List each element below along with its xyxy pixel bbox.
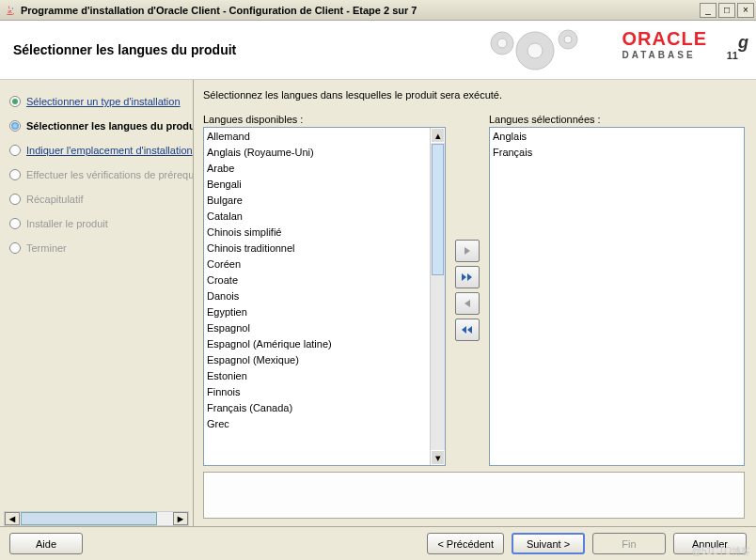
wizard-step-0[interactable]: Sélectionner un type d'installation — [0, 89, 193, 114]
available-languages-list[interactable]: AllemandAnglais (Royaume-Uni)ArabeBengal… — [203, 127, 446, 466]
list-item[interactable]: Arabe — [204, 161, 430, 177]
step-label[interactable]: Sélectionner un type d'installation — [26, 96, 181, 107]
list-item[interactable]: Français (Canada) — [204, 400, 430, 416]
scroll-right-icon[interactable]: ► — [173, 512, 188, 525]
wizard-header: Sélectionner les langues du produit ORAC… — [0, 21, 756, 80]
back-button[interactable]: < Précédent — [427, 533, 504, 554]
remove-button[interactable] — [455, 292, 480, 315]
help-button[interactable]: Aide — [9, 533, 83, 554]
message-area — [203, 472, 745, 519]
step-label: Effectuer les vérifications de prérequis — [26, 169, 194, 180]
list-item[interactable]: Catalan — [204, 209, 430, 225]
list-item[interactable]: Chinois simplifié — [204, 225, 430, 241]
list-item[interactable]: Grec — [204, 416, 430, 432]
add-button[interactable] — [455, 240, 480, 262]
wizard-step-2[interactable]: Indiquer l'emplacement d'installation — [0, 138, 193, 163]
list-item[interactable]: Français — [490, 145, 744, 161]
list-item[interactable]: Anglais (Royaume-Uni) — [204, 145, 430, 161]
window-title: Programme d'installation d'Oracle Client… — [21, 5, 700, 16]
list-item[interactable]: Finnois — [204, 384, 430, 400]
gears-icon — [483, 23, 587, 81]
step-label: Sélectionner les langues du produit — [26, 120, 194, 132]
list-item[interactable]: Bulgare — [204, 193, 430, 209]
svg-point-1 — [497, 39, 507, 48]
step-label: Terminer — [26, 242, 67, 254]
add-all-button[interactable] — [455, 266, 480, 288]
list-item[interactable]: Espagnol — [204, 320, 430, 336]
list-item[interactable]: Danois — [204, 288, 430, 304]
list-item[interactable]: Coréen — [204, 257, 430, 272]
remove-all-button[interactable] — [455, 319, 480, 341]
list-item[interactable]: Espagnol (Mexique) — [204, 352, 430, 368]
wizard-step-6: Terminer — [0, 236, 193, 260]
step-label: Installer le produit — [26, 218, 108, 229]
scroll-thumb[interactable] — [21, 512, 157, 525]
scroll-up-icon[interactable]: ▴ — [431, 128, 445, 143]
page-title: Sélectionner les langues du produit — [13, 42, 236, 57]
step-label[interactable]: Indiquer l'emplacement d'installation — [26, 145, 193, 156]
next-button[interactable]: Suivant > — [512, 533, 585, 554]
list-scrollbar[interactable]: ▴ ▾ — [430, 128, 445, 465]
list-item[interactable]: Bengali — [204, 177, 430, 193]
title-bar: Programme d'installation d'Oracle Client… — [0, 0, 756, 21]
sidebar-scrollbar[interactable]: ◄ ► — [4, 511, 189, 526]
available-label: Langues disponibles : — [203, 114, 446, 125]
finish-button: Fin — [592, 533, 666, 554]
transfer-buttons — [453, 114, 481, 466]
version-label: 11g — [727, 32, 748, 67]
scroll-thumb[interactable] — [432, 144, 444, 275]
wizard-step-3: Effectuer les vérifications de prérequis — [0, 163, 193, 187]
wizard-footer: Aide < Précédent Suivant > Fin Annuler — [0, 526, 756, 560]
list-item[interactable]: Chinois traditionnel — [204, 241, 430, 257]
main-content: Sélectionnez les langues dans lesquelles… — [194, 80, 756, 526]
close-button[interactable]: × — [737, 3, 754, 18]
watermark: @51CTO博客 — [692, 545, 750, 558]
window-controls: _ □ × — [700, 3, 754, 18]
list-item[interactable]: Espagnol (Amérique latine) — [204, 336, 430, 352]
maximize-button[interactable]: □ — [718, 3, 735, 18]
list-item[interactable]: Egyptien — [204, 304, 430, 320]
scroll-left-icon[interactable]: ◄ — [5, 512, 20, 525]
wizard-step-5: Installer le produit — [0, 211, 193, 236]
svg-point-3 — [528, 43, 543, 58]
list-item[interactable]: Anglais — [490, 129, 744, 145]
oracle-logo: ORACLE DATABASE — [622, 28, 707, 60]
scroll-down-icon[interactable]: ▾ — [431, 450, 445, 465]
selected-languages-list[interactable]: AnglaisFrançais — [489, 127, 745, 466]
wizard-steps-sidebar: Sélectionner un type d'installationSélec… — [0, 80, 194, 526]
wizard-step-4: Récapitulatif — [0, 187, 193, 211]
selected-label: Langues sélectionnées : — [489, 114, 745, 125]
instruction-text: Sélectionnez les langues dans lesquelles… — [203, 89, 745, 101]
list-item[interactable]: Allemand — [204, 129, 430, 145]
svg-point-5 — [564, 36, 572, 43]
step-label: Récapitulatif — [26, 194, 84, 205]
java-icon — [4, 4, 17, 17]
list-item[interactable]: Estonien — [204, 368, 430, 384]
list-item[interactable]: Croate — [204, 272, 430, 288]
wizard-step-1: Sélectionner les langues du produit — [0, 114, 193, 138]
minimize-button[interactable]: _ — [700, 3, 717, 18]
